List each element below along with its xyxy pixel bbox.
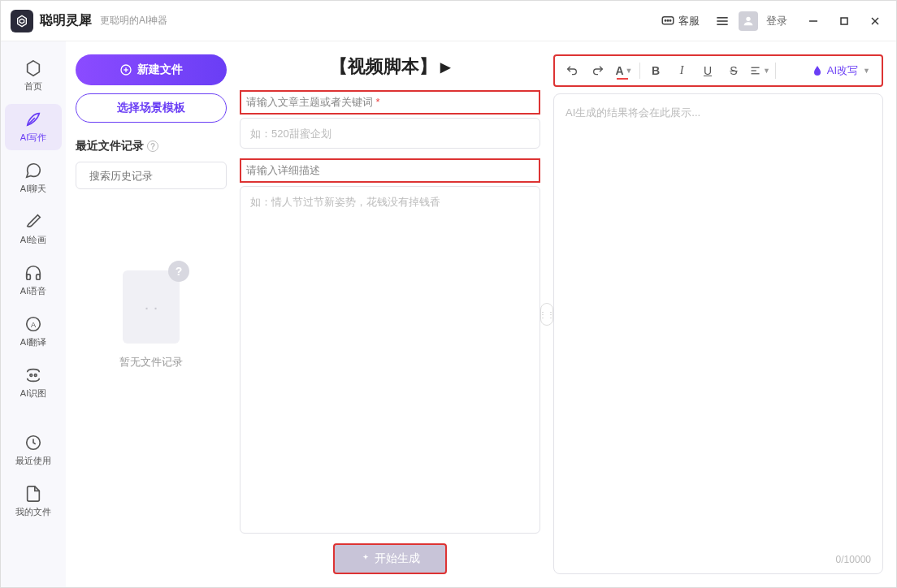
nav-label: AI识图 [20,387,46,400]
nav-recent[interactable]: 最近使用 [5,427,62,473]
recent-files-label: 最近文件记录 [76,139,144,153]
nav-ai-chat[interactable]: AI聊天 [5,155,62,201]
login-button[interactable]: 登录 [766,14,787,28]
topic-label: 请输入文章主题或者关键词 [240,90,540,115]
window-close-icon[interactable] [864,10,886,32]
empty-text: 暂无文件记录 [119,355,183,370]
svg-point-16 [34,374,37,377]
empty-doc-icon: · · ? [123,270,180,344]
svg-point-2 [667,19,669,21]
editor-toolbar: A▼ B I U S ▼ AI改写▼ [553,54,883,87]
nav-label: 最近使用 [15,455,51,467]
new-file-label: 新建文件 [137,63,183,77]
nav-label: AI聊天 [20,183,46,195]
generate-button[interactable]: 开始生成 [333,543,447,574]
customer-service-button[interactable]: 客服 [654,11,706,32]
align-button[interactable]: ▼ [749,60,770,81]
app-title: 聪明灵犀 [40,12,92,29]
nav-label: 我的文件 [15,506,51,518]
nav-ai-translate[interactable]: A AI翻译 [5,309,62,355]
svg-point-1 [665,19,666,21]
hexagon-icon [24,59,42,77]
hamburger-menu-icon[interactable] [714,13,730,29]
text-color-button[interactable]: A▼ [613,60,635,81]
strikethrough-button[interactable]: S [723,60,744,81]
nav-label: 首页 [24,80,42,93]
feather-icon [24,110,42,128]
editor-center: 【视频脚本】 ▶ 请输入文章主题或者关键词 请输入详细描述 开始生成 ⋮⋮ [236,41,547,587]
app-logo-icon [11,10,33,32]
underline-button[interactable]: U [697,60,718,81]
svg-text:A: A [31,321,37,329]
recent-files-title: 最近文件记录 ? [76,139,227,153]
help-icon[interactable]: ? [147,141,158,152]
sparkle-icon [360,553,371,564]
file-icon [24,485,42,503]
titlebar: 聪明灵犀 更聪明的AI神器 客服 登录 [1,1,896,41]
side-nav: 首页 AI写作 AI聊天 AI绘画 AI语音 A AI翻译 AI识图 [1,41,66,587]
nav-label: AI翻译 [20,336,46,348]
ai-rewrite-button[interactable]: AI改写▼ [806,63,875,78]
app-subtitle: 更聪明的AI神器 [100,14,654,28]
new-file-button[interactable]: 新建文件 [76,54,227,85]
svg-rect-9 [841,18,847,24]
water-drop-icon [811,64,824,77]
play-triangle-icon[interactable]: ▶ [440,59,450,75]
italic-button[interactable]: I [671,60,692,81]
char-count: 0/10000 [836,554,871,565]
detail-textarea[interactable] [240,186,540,534]
bold-button[interactable]: B [645,60,666,81]
svg-point-7 [746,16,750,20]
clock-icon [24,434,42,452]
page-title-text: 【视频脚本】 [330,54,437,79]
search-input[interactable] [89,170,226,182]
empty-state: · · ? 暂无文件记录 [76,270,227,370]
image-rec-icon [24,366,42,384]
plus-circle-icon [119,63,132,76]
nav-ai-writing[interactable]: AI写作 [5,104,62,150]
main-area: 首页 AI写作 AI聊天 AI绘画 AI语音 A AI翻译 AI识图 [1,41,896,587]
file-panel: 新建文件 选择场景模板 最近文件记录 ? · · ? 暂无文件记录 [66,41,236,587]
svg-point-3 [670,19,671,21]
window-minimize-icon[interactable] [802,10,825,32]
nav-label: AI写作 [20,132,46,144]
output-panel: A▼ B I U S ▼ AI改写▼ AI生成的结果将会在此展示... 0/10… [547,41,896,587]
nav-ai-image-rec[interactable]: AI识图 [5,360,62,406]
headphones-icon [24,264,42,282]
chat-icon [24,162,42,179]
output-placeholder: AI生成的结果将会在此展示... [566,106,700,119]
topic-input[interactable] [240,118,540,149]
undo-button[interactable] [561,60,583,81]
nav-ai-draw[interactable]: AI绘画 [5,206,62,253]
page-title: 【视频脚本】 ▶ [240,54,540,79]
detail-label: 请输入详细描述 [240,158,540,183]
choose-template-button[interactable]: 选择场景模板 [76,93,227,123]
generate-label: 开始生成 [375,551,420,566]
nav-label: AI语音 [20,285,46,297]
nav-ai-voice[interactable]: AI语音 [5,257,62,304]
window-maximize-icon[interactable] [833,10,856,32]
nav-home[interactable]: 首页 [5,53,62,99]
panel-drag-handle-icon[interactable]: ⋮⋮ [540,303,553,326]
brush-icon [24,213,42,231]
output-textarea[interactable]: AI生成的结果将会在此展示... 0/10000 [553,93,883,574]
translate-icon: A [24,315,42,333]
question-badge-icon: ? [168,261,189,282]
customer-service-label: 客服 [678,14,700,28]
svg-point-15 [30,374,32,377]
nav-my-files[interactable]: 我的文件 [5,478,62,525]
avatar-icon[interactable] [739,11,758,31]
ai-rewrite-label: AI改写 [827,63,858,78]
redo-button[interactable] [587,60,609,81]
nav-label: AI绘画 [20,234,46,246]
search-box[interactable] [76,162,227,189]
